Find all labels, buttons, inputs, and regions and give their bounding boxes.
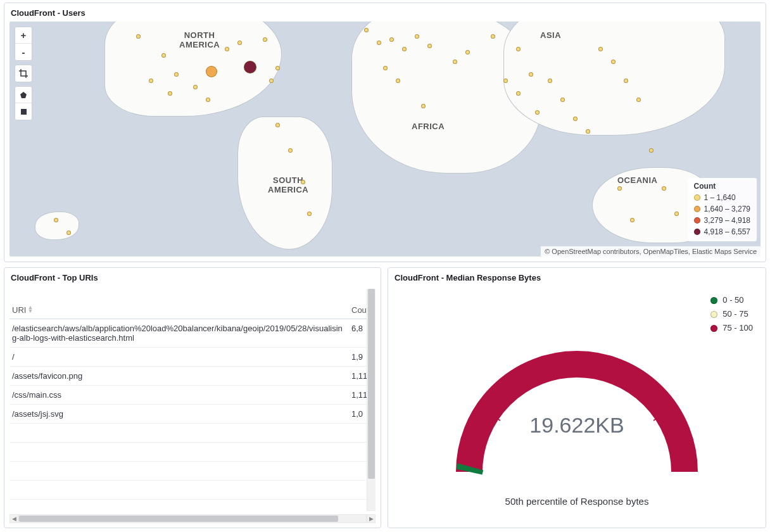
map-marker[interactable] (503, 79, 508, 83)
table-row (9, 500, 367, 512)
scrollbar-thumb[interactable] (19, 516, 338, 522)
map-marker[interactable] (560, 98, 565, 102)
cell-uri: / (9, 348, 349, 367)
map-marker[interactable] (396, 79, 400, 83)
map-marker[interactable] (617, 186, 622, 191)
map-marker[interactable] (364, 28, 369, 32)
zoom-out-button[interactable]: - (15, 44, 32, 60)
crop-icon[interactable] (15, 65, 32, 82)
map-marker[interactable] (193, 85, 198, 89)
scroll-right-icon[interactable]: ▶ (367, 514, 376, 523)
map-marker[interactable] (263, 37, 267, 42)
map-marker[interactable] (548, 79, 552, 83)
map-marker[interactable] (149, 79, 153, 83)
map-marker[interactable] (269, 79, 274, 83)
legend-dot (694, 194, 700, 201)
map-marker[interactable] (598, 47, 603, 51)
map-marker[interactable] (136, 34, 141, 39)
zoom-in-button[interactable]: + (15, 27, 32, 44)
map-marker[interactable] (427, 44, 432, 48)
map-marker[interactable] (649, 148, 653, 153)
map-marker[interactable] (54, 218, 58, 222)
map-marker[interactable] (288, 148, 293, 153)
map-marker[interactable] (636, 98, 641, 102)
map-marker[interactable] (377, 41, 381, 45)
legend-row: 1 – 1,640 (694, 192, 750, 203)
map-marker[interactable] (674, 212, 679, 216)
cell-count: 1,11 (349, 367, 367, 386)
continent-label: OCEANIA (617, 175, 657, 185)
map-area[interactable]: + - Count 1 – 1,6401,640 – 3,2793,279 – … (9, 22, 761, 256)
cell-count: 1,11 (349, 386, 367, 405)
map-panel: CloudFront - Users + - (4, 3, 766, 262)
map-marker[interactable] (491, 34, 495, 39)
map-marker[interactable] (301, 180, 305, 184)
map-marker[interactable] (168, 91, 172, 96)
map-marker[interactable] (275, 123, 280, 127)
landmass (503, 22, 725, 136)
map-marker[interactable] (586, 129, 590, 134)
table-scroll[interactable]: URI▲▼ Count▲▼ /elasticsearch/aws/alb/app… (9, 289, 367, 511)
svg-marker-0 (20, 92, 27, 98)
map-marker[interactable] (275, 66, 280, 70)
table-row[interactable]: /1,9 (9, 348, 367, 367)
attrib-link[interactable]: Elastic Maps Service (692, 248, 757, 255)
map-panel-title: CloudFront - Users (4, 3, 766, 22)
col-count-header[interactable]: Count▲▼ (349, 289, 367, 319)
table-row[interactable]: /assets/jsj.svg1,0 (9, 405, 367, 424)
map-marker[interactable] (535, 110, 540, 115)
attrib-link[interactable]: OpenMapTiles (643, 248, 688, 255)
legend-label: 3,279 – 4,918 (704, 215, 750, 226)
cell-count: 1,0 (349, 405, 367, 424)
map-marker[interactable] (529, 72, 533, 77)
table-row (9, 481, 367, 500)
gauge-panel: CloudFront - Median Response Bytes 0 - 5… (388, 267, 766, 528)
map-marker[interactable] (307, 212, 312, 216)
map-marker[interactable] (415, 34, 419, 39)
table-wrap: URI▲▼ Count▲▼ /elasticsearch/aws/alb/app… (9, 289, 376, 511)
scroll-left-icon[interactable]: ◀ (9, 514, 18, 523)
horizontal-scrollbar[interactable] (18, 514, 367, 523)
legend-label: 1 – 1,640 (704, 192, 736, 203)
continent-label: ASIA (540, 30, 561, 40)
map-marker[interactable] (66, 231, 71, 235)
scrollbar-thumb[interactable] (368, 289, 375, 479)
map-marker[interactable] (573, 117, 578, 121)
map-marker[interactable] (402, 47, 407, 51)
map-marker[interactable] (611, 60, 615, 64)
table-row[interactable]: /elasticsearch/aws/alb/application%20loa… (9, 319, 367, 348)
map-marker[interactable] (465, 50, 470, 54)
map-marker[interactable] (389, 37, 394, 42)
map-marker[interactable] (630, 218, 634, 222)
table-row (9, 462, 367, 481)
map-marker[interactable] (206, 98, 210, 102)
legend-row: 3,279 – 4,918 (694, 215, 750, 226)
polygon-icon[interactable] (15, 87, 32, 103)
continent-label: SOUTHAMERICA (268, 175, 308, 194)
gauge-title: CloudFront - Median Response Bytes (388, 268, 766, 286)
sort-icon: ▲▼ (27, 305, 33, 313)
top-uris-panel: CloudFront - Top URIs URI▲▼ Count▲▼ /ela… (4, 267, 381, 528)
map-marker[interactable] (516, 47, 521, 51)
map-marker[interactable] (453, 60, 457, 64)
map-marker[interactable] (237, 41, 242, 45)
square-icon[interactable] (15, 103, 32, 120)
map-marker[interactable] (161, 53, 166, 58)
gauge-container: 19.622KB 50th percentile of Response byt… (388, 286, 766, 528)
attrib-link[interactable]: © OpenStreetMap contributors (545, 248, 639, 255)
map-marker-large[interactable] (206, 66, 217, 77)
map-marker[interactable] (421, 104, 426, 108)
map-marker-large[interactable] (244, 61, 256, 73)
map-marker[interactable] (383, 66, 388, 70)
map-marker[interactable] (225, 47, 229, 51)
cell-uri: /css/main.css (9, 386, 349, 405)
map-marker[interactable] (662, 186, 666, 191)
map-marker[interactable] (624, 79, 628, 83)
table-row[interactable]: /assets/favicon.png1,11 (9, 367, 367, 386)
vertical-scrollbar[interactable] (367, 289, 376, 511)
map-marker[interactable] (516, 91, 521, 96)
legend-row: 1,640 – 3,279 (694, 203, 750, 215)
table-row[interactable]: /css/main.css1,11 (9, 386, 367, 405)
map-marker[interactable] (174, 72, 179, 77)
col-uri-header[interactable]: URI▲▼ (9, 289, 349, 319)
